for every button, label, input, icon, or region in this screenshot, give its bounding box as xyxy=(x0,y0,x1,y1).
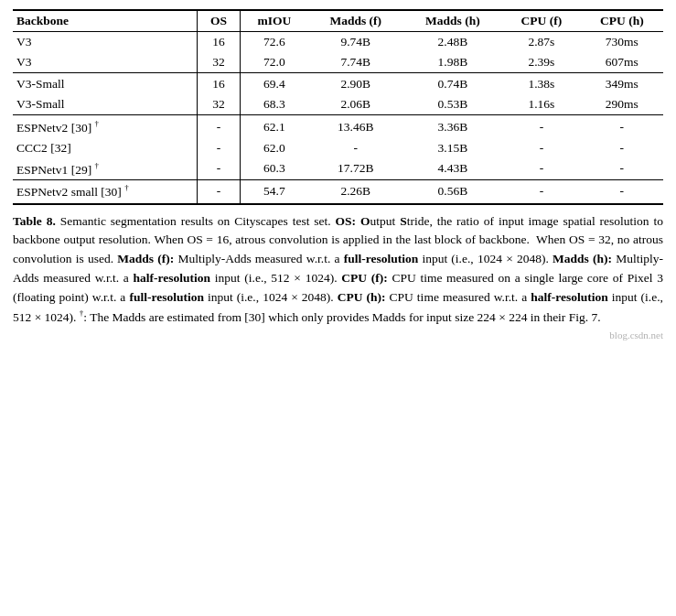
cell-madds-f: 2.06B xyxy=(308,94,403,115)
header-cpu-f: CPU (f) xyxy=(502,10,581,32)
cell-miou: 62.1 xyxy=(240,115,308,138)
cell-madds-f: 13.46B xyxy=(308,115,403,138)
table-row: CCC2 [32] - 62.0 - 3.15B - - xyxy=(13,138,663,158)
cell-madds-h: 0.53B xyxy=(403,94,502,115)
cell-madds-h: 0.56B xyxy=(403,180,502,204)
cell-cpu-h: - xyxy=(581,115,663,138)
cell-miou: 72.0 xyxy=(240,52,308,73)
cell-os: - xyxy=(197,115,240,138)
cell-madds-f: 17.72B xyxy=(308,158,403,180)
cell-backbone: CCC2 [32] xyxy=(13,138,197,158)
cell-cpu-h: 290ms xyxy=(581,94,663,115)
table-row: ESPNetv2 small [30] † - 54.7 2.26B 0.56B… xyxy=(13,180,663,204)
cell-backbone: V3-Small xyxy=(13,94,197,115)
cell-cpu-f: 2.39s xyxy=(502,52,581,73)
caption-half-res-1: half-resolution xyxy=(134,271,211,285)
cell-cpu-f: - xyxy=(502,158,581,180)
cell-os: - xyxy=(197,138,240,158)
table-header-row: Backbone OS mIOU Madds (f) Madds (h) CPU… xyxy=(13,10,663,32)
cell-cpu-h: 349ms xyxy=(581,73,663,95)
cell-cpu-h: - xyxy=(581,138,663,158)
cell-miou: 68.3 xyxy=(240,94,308,115)
cell-cpu-h: - xyxy=(581,180,663,204)
header-madds-f: Madds (f) xyxy=(308,10,403,32)
cell-madds-f: 2.90B xyxy=(308,73,403,95)
header-madds-h: Madds (h) xyxy=(403,10,502,32)
cell-madds-f: 2.26B xyxy=(308,180,403,204)
cell-madds-h: 4.43B xyxy=(403,158,502,180)
cell-os: 32 xyxy=(197,52,240,73)
cell-cpu-h: 730ms xyxy=(581,32,663,53)
cell-cpu-f: 2.87s xyxy=(502,32,581,53)
results-table: Backbone OS mIOU Madds (f) Madds (h) CPU… xyxy=(13,9,663,205)
caption-os-label: OS: Output Stride xyxy=(336,214,430,228)
caption-madds-f-label: Madds (f): xyxy=(117,252,174,265)
caption-half-res-2: half-resolution xyxy=(531,290,608,304)
cell-cpu-f: - xyxy=(502,115,581,138)
table-row: V3-Small 32 68.3 2.06B 0.53B 1.16s 290ms xyxy=(13,94,663,115)
cell-os: 16 xyxy=(197,73,240,95)
table-row: ESPNetv2 [30] † - 62.1 13.46B 3.36B - - xyxy=(13,115,663,138)
caption-cpu-h-label: CPU (h): xyxy=(338,290,386,304)
cell-os: 32 xyxy=(197,94,240,115)
header-os: OS xyxy=(197,10,240,32)
table-caption: Table 8. Semantic segmentation results o… xyxy=(13,212,663,328)
cell-os: 16 xyxy=(197,32,240,53)
caption-cpu-f-label: CPU (f): xyxy=(341,271,387,285)
cell-backbone: V3-Small xyxy=(13,73,197,95)
cell-miou: 69.4 xyxy=(240,73,308,95)
cell-miou: 72.6 xyxy=(240,32,308,53)
cell-os: - xyxy=(197,158,240,180)
cell-miou: 60.3 xyxy=(240,158,308,180)
caption-madds-h-label: Madds (h): xyxy=(553,252,612,265)
caption-full-res-1: full-resolution xyxy=(344,252,419,265)
cell-miou: 54.7 xyxy=(240,180,308,204)
cell-cpu-f: 1.16s xyxy=(502,94,581,115)
cell-madds-h: 3.36B xyxy=(403,115,502,138)
cell-cpu-h: 607ms xyxy=(581,52,663,73)
cell-backbone: ESPNetv1 [29] † xyxy=(13,158,197,180)
header-cpu-h: CPU (h) xyxy=(581,10,663,32)
cell-cpu-f: 1.38s xyxy=(502,73,581,95)
header-backbone: Backbone xyxy=(13,10,197,32)
cell-madds-h: 1.98B xyxy=(403,52,502,73)
table-row: V3 16 72.6 9.74B 2.48B 2.87s 730ms xyxy=(13,32,663,53)
cell-cpu-f: - xyxy=(502,138,581,158)
header-miou: mIOU xyxy=(240,10,308,32)
cell-backbone: V3 xyxy=(13,32,197,53)
cell-backbone: V3 xyxy=(13,52,197,73)
cell-backbone: ESPNetv2 small [30] † xyxy=(13,180,197,204)
cell-cpu-f: - xyxy=(502,180,581,204)
cell-madds-f: 9.74B xyxy=(308,32,403,53)
cell-madds-f: - xyxy=(308,138,403,158)
table-row: ESPNetv1 [29] † - 60.3 17.72B 4.43B - - xyxy=(13,158,663,180)
cell-cpu-h: - xyxy=(581,158,663,180)
cell-madds-h: 3.15B xyxy=(403,138,502,158)
cell-madds-h: 0.74B xyxy=(403,73,502,95)
table-row: V3 32 72.0 7.74B 1.98B 2.39s 607ms xyxy=(13,52,663,73)
table-row: V3-Small 16 69.4 2.90B 0.74B 1.38s 349ms xyxy=(13,73,663,95)
cell-backbone: ESPNetv2 [30] † xyxy=(13,115,197,138)
cell-miou: 62.0 xyxy=(240,138,308,158)
watermark: blog.csdn.net xyxy=(13,330,663,340)
cell-os: - xyxy=(197,180,240,204)
cell-madds-f: 7.74B xyxy=(308,52,403,73)
caption-full-res-2: full-resolution xyxy=(129,290,204,304)
caption-dagger: † xyxy=(80,308,84,318)
cell-madds-h: 2.48B xyxy=(403,32,502,53)
caption-label: Table 8. xyxy=(13,214,56,228)
